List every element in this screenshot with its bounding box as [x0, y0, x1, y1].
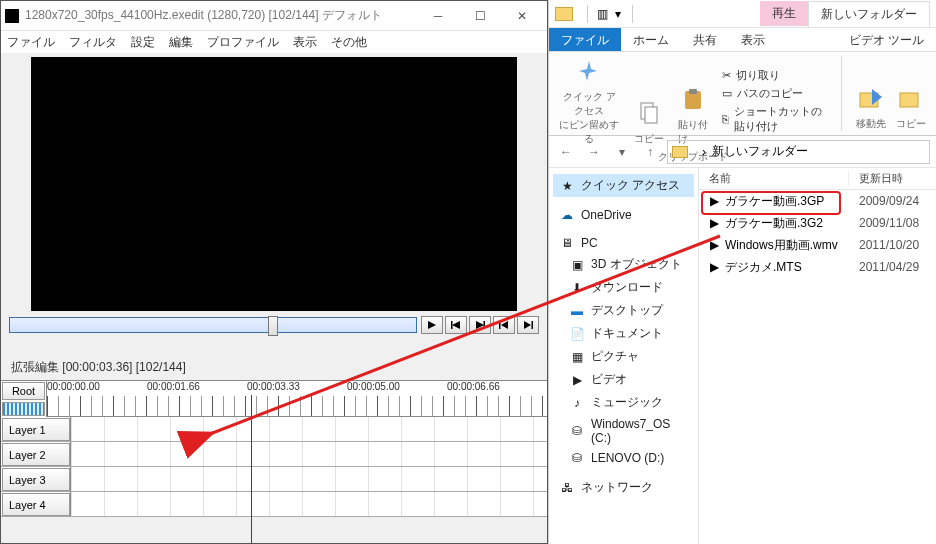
layer-track[interactable] — [70, 467, 547, 491]
minimize-button[interactable]: ─ — [417, 2, 459, 30]
breadcrumb-item[interactable]: 新しいフォルダー — [712, 143, 808, 160]
music-icon: ♪ — [569, 396, 585, 410]
playback-controls — [1, 315, 547, 335]
back-button[interactable]: ← — [555, 141, 577, 163]
menu-profile[interactable]: プロファイル — [207, 34, 279, 51]
goto-start-button[interactable] — [493, 316, 515, 334]
layer-track[interactable] — [70, 417, 547, 441]
svg-rect-14 — [900, 93, 918, 107]
dropdown-icon[interactable]: ▾ — [610, 7, 626, 21]
layer-label[interactable]: Layer 1 — [2, 418, 70, 441]
tab-home[interactable]: ホーム — [621, 28, 681, 51]
time-label: 00:00:01.66 — [147, 381, 247, 396]
menu-view[interactable]: 表示 — [293, 34, 317, 51]
tab-view[interactable]: 表示 — [729, 28, 777, 51]
play-context-tab[interactable]: 再生 — [760, 1, 808, 26]
maximize-button[interactable]: ☐ — [459, 2, 501, 30]
prev-frame-button[interactable] — [445, 316, 467, 334]
layer-label[interactable]: Layer 2 — [2, 443, 70, 466]
menu-edit[interactable]: 編集 — [169, 34, 193, 51]
nav-onedrive[interactable]: ☁OneDrive — [553, 205, 694, 225]
menu-filter[interactable]: フィルタ — [69, 34, 117, 51]
nav-quick-access[interactable]: ★クイック アクセス — [553, 174, 694, 197]
copy-icon — [634, 98, 664, 128]
file-date: 2009/11/08 — [849, 216, 936, 230]
folder-icon — [555, 7, 573, 21]
address-field[interactable]: › 新しいフォルダー — [667, 140, 930, 164]
layer-track[interactable] — [70, 442, 547, 466]
video-preview[interactable] — [31, 57, 517, 311]
root-button[interactable]: Root — [2, 382, 45, 400]
play-button[interactable] — [421, 316, 443, 334]
move-to-button[interactable]: 移動先 — [856, 56, 886, 131]
nav-videos[interactable]: ▶ビデオ — [553, 368, 694, 391]
recent-button[interactable]: ▾ — [611, 141, 633, 163]
file-row[interactable]: ▶ガラケー動画.3G2 2009/11/08 — [699, 212, 936, 234]
layer-label[interactable]: Layer 4 — [2, 493, 70, 516]
col-date[interactable]: 更新日時 — [849, 171, 936, 186]
file-name: デジカメ.MTS — [725, 259, 802, 276]
scrubber[interactable] — [9, 317, 417, 333]
nav-documents[interactable]: 📄ドキュメント — [553, 322, 694, 345]
goto-end-button[interactable] — [517, 316, 539, 334]
next-frame-button[interactable] — [469, 316, 491, 334]
nav-3d-objects[interactable]: ▣3D オブジェクト — [553, 253, 694, 276]
nav-drive-c[interactable]: ⛁Windows7_OS (C:) — [553, 414, 694, 448]
svg-marker-6 — [501, 321, 508, 329]
properties-icon[interactable]: ▥ — [594, 7, 610, 21]
svg-rect-4 — [484, 321, 486, 329]
paste-shortcut-button[interactable]: ⎘ショートカットの貼り付け — [722, 104, 827, 134]
layer-label[interactable]: Layer 3 — [2, 468, 70, 491]
playhead[interactable] — [251, 395, 252, 544]
explorer-window: ▥ ▾ 再生 新しいフォルダー ファイル ホーム 共有 表示 ビデオ ツール ク… — [548, 0, 936, 544]
nav-desktop[interactable]: ▬デスクトップ — [553, 299, 694, 322]
editor-menubar: ファイル フィルタ 設定 編集 プロファイル 表示 その他 — [1, 31, 547, 53]
nav-network[interactable]: 🖧ネットワーク — [553, 476, 694, 499]
copy-button[interactable]: コピー — [634, 56, 664, 146]
star-icon: ★ — [559, 179, 575, 193]
svg-marker-0 — [428, 321, 436, 329]
nav-downloads[interactable]: ⬇ダウンロード — [553, 276, 694, 299]
nav-drive-d[interactable]: ⛁LENOVO (D:) — [553, 448, 694, 468]
column-headers: 名前 更新日時 — [699, 168, 936, 190]
col-name[interactable]: 名前 — [699, 171, 849, 186]
video-file-icon: ▶ — [707, 238, 721, 252]
cut-button[interactable]: ✂切り取り — [722, 68, 827, 83]
picture-icon: ▦ — [569, 350, 585, 364]
nav-music[interactable]: ♪ミュージック — [553, 391, 694, 414]
close-button[interactable]: ✕ — [501, 2, 543, 30]
ribbon-tabs: ファイル ホーム 共有 表示 ビデオ ツール — [549, 28, 936, 52]
file-row[interactable]: ▶デジカメ.MTS 2011/04/29 — [699, 256, 936, 278]
tab-share[interactable]: 共有 — [681, 28, 729, 51]
paste-button[interactable]: 貼り付け — [678, 56, 708, 146]
pin-to-quickaccess-button[interactable]: クイック アクセス にピン留めする — [559, 56, 620, 146]
layer-track[interactable] — [70, 492, 547, 516]
editor-titlebar: 1280x720_30fps_44100Hz.exedit (1280,720)… — [1, 1, 547, 31]
tab-file[interactable]: ファイル — [549, 28, 621, 51]
forward-button[interactable]: → — [583, 141, 605, 163]
copy-path-button[interactable]: ▭パスのコピー — [722, 86, 827, 101]
video-file-icon: ▶ — [707, 216, 721, 230]
tab-videotools[interactable]: ビデオ ツール — [837, 28, 936, 51]
time-label: 00:00:00.00 — [47, 381, 147, 396]
menu-file[interactable]: ファイル — [7, 34, 55, 51]
timeline-ruler[interactable]: 00:00:00.00 00:00:01.66 00:00:03.33 00:0… — [47, 381, 547, 417]
up-button[interactable]: ↑ — [639, 141, 661, 163]
menu-setting[interactable]: 設定 — [131, 34, 155, 51]
svg-rect-8 — [532, 321, 534, 329]
nav-pc[interactable]: 🖥PC — [553, 233, 694, 253]
svg-rect-12 — [689, 89, 697, 94]
cube-icon: ▣ — [569, 258, 585, 272]
copy-to-button[interactable]: コピー — [896, 56, 926, 131]
menu-other[interactable]: その他 — [331, 34, 367, 51]
time-label: 00:00:05.00 — [347, 381, 447, 396]
scrubber-thumb[interactable] — [268, 316, 278, 336]
new-folder-tab[interactable]: 新しいフォルダー — [808, 1, 930, 27]
file-row[interactable]: ▶Windows用動画.wmv 2011/10/20 — [699, 234, 936, 256]
nav-pictures[interactable]: ▦ピクチャ — [553, 345, 694, 368]
network-icon: 🖧 — [559, 481, 575, 495]
file-list: 名前 更新日時 ▶ガラケー動画.3GP 2009/09/24 ▶ガラケー動画.3… — [699, 168, 936, 544]
file-row[interactable]: ▶ガラケー動画.3GP 2009/09/24 — [699, 190, 936, 212]
window-title: 1280x720_30fps_44100Hz.exedit (1280,720)… — [25, 7, 417, 24]
explorer-titlebar: ▥ ▾ 再生 新しいフォルダー — [549, 0, 936, 28]
